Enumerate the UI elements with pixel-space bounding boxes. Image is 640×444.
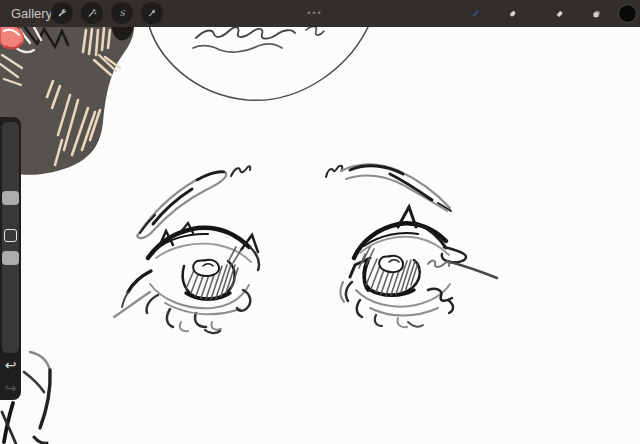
overflow-menu[interactable]: ••• — [300, 0, 330, 27]
eraser-tool-button[interactable] — [549, 3, 570, 24]
selection-s-icon: S — [117, 6, 127, 20]
actions-button[interactable] — [51, 2, 73, 24]
redo-icon: ↪ — [5, 380, 17, 396]
undo-icon: ↩ — [5, 357, 17, 373]
selection-button[interactable]: S — [111, 2, 133, 24]
right-eye-sketch — [326, 164, 497, 327]
adjustments-button[interactable] — [81, 2, 103, 24]
smudge-tool-button[interactable] — [502, 3, 523, 24]
undo-button[interactable]: ↩ — [0, 355, 21, 375]
paint-tool-button[interactable] — [465, 3, 486, 24]
mouth-circle-sketch — [147, 18, 372, 100]
modify-button[interactable] — [4, 229, 17, 242]
redo-button[interactable]: ↪ — [0, 378, 21, 398]
magic-wand-icon — [87, 6, 97, 20]
eraser-icon — [555, 5, 564, 23]
smudge-finger-icon — [508, 5, 517, 23]
wrench-icon — [57, 6, 67, 20]
left-eye-sketch — [114, 166, 259, 333]
paint-brush-icon — [471, 4, 480, 23]
opacity-slider-handle[interactable] — [2, 251, 19, 265]
svg-text:S: S — [119, 9, 125, 18]
brush-sidebar: ↩ ↪ — [0, 117, 21, 400]
top-toolbar: Gallery S ••• — [0, 0, 640, 27]
drawing-canvas[interactable] — [0, 0, 640, 444]
transform-arrow-icon — [147, 6, 157, 20]
layers-button[interactable] — [586, 3, 607, 24]
gallery-button[interactable]: Gallery — [11, 0, 52, 27]
transform-button[interactable] — [141, 2, 163, 24]
layers-icon — [592, 5, 601, 23]
color-swatch[interactable] — [618, 4, 637, 23]
brush-size-slider-handle[interactable] — [2, 191, 19, 205]
